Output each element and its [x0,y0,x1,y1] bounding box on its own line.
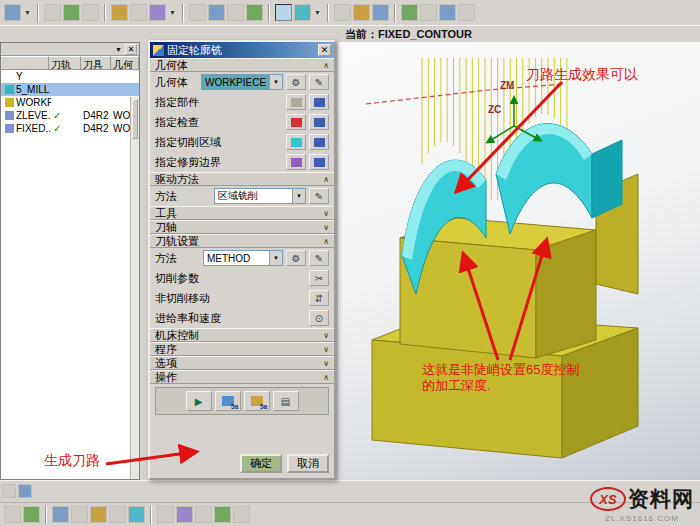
section-program[interactable]: 程序 ∨ [150,342,334,356]
edit-drive-method-button[interactable]: ✎ [309,188,329,204]
toolbar-icon[interactable] [214,506,231,523]
cancel-button[interactable]: 取消 [287,454,329,473]
toolbar-icon[interactable] [334,4,351,21]
toolbar-icon[interactable] [208,4,225,21]
replay-toolpath-button[interactable]: 5a [215,391,241,411]
toolbar-icon[interactable] [157,506,174,523]
navigator-row[interactable]: FIXED... ✓ D4R2 WOR... [1,122,139,135]
toolbar-icon[interactable] [90,506,107,523]
toolbar-icon[interactable] [130,4,147,21]
toolbar-icon[interactable] [82,4,99,21]
specify-cut-area-button[interactable] [286,134,306,150]
section-path-settings[interactable]: 刀轨设置 ∧ [150,234,334,248]
chevron-down-icon[interactable]: ∨ [323,223,329,232]
specify-trim-button[interactable] [286,154,306,170]
panel-tab-icon[interactable] [18,484,32,498]
edit-geometry-button[interactable]: ✎ [309,74,329,90]
drive-method-select[interactable]: 区域铣削 ▼ [214,188,306,204]
toolbar-icon[interactable] [149,4,166,21]
toolbar-icon[interactable] [71,506,88,523]
chevron-up-icon[interactable]: ∧ [323,237,329,246]
panel-tab-icon[interactable] [2,484,16,498]
section-actions[interactable]: 操作 ∧ [150,370,334,384]
toolbar-icon[interactable] [189,4,206,21]
chevron-up-icon[interactable]: ∧ [323,175,329,184]
section-machine-control[interactable]: 机床控制 ∨ [150,328,334,342]
toolbar-icon[interactable] [372,4,389,21]
chevron-down-icon[interactable]: ▼ [115,46,122,53]
toolbar-icon[interactable] [4,506,21,523]
toolbar-icon[interactable] [275,4,292,21]
toolbar-icon[interactable] [420,4,437,21]
navigator-scrollbar[interactable] [130,97,139,479]
path-method-select[interactable]: METHOD ▼ [203,250,283,266]
toolbar-icon[interactable] [353,4,370,21]
toolbar-icon[interactable] [109,506,126,523]
chevron-down-icon[interactable]: ▼ [314,9,321,16]
toolbar-icon[interactable] [233,506,250,523]
toolbar-icon[interactable] [439,4,456,21]
chevron-down-icon[interactable]: ∨ [323,359,329,368]
new-geometry-button[interactable]: ⚙ [286,74,306,90]
chevron-up-icon[interactable]: ∧ [323,373,329,382]
display-trim-button[interactable] [309,154,329,170]
specify-part-button[interactable] [286,94,306,110]
toolbar-icon[interactable] [128,506,145,523]
toolbar-icon[interactable] [195,506,212,523]
column-tool[interactable]: 刀具 [81,56,111,70]
close-icon[interactable]: ✕ [318,44,331,56]
dropdown-arrow-icon[interactable]: ▼ [269,251,282,265]
ok-button[interactable]: 确定 [240,454,282,473]
navigator-titlebar: ▼ ✕ [1,43,139,56]
chevron-down-icon[interactable]: ▼ [24,9,31,16]
generate-toolpath-button[interactable]: ▶ [186,391,212,411]
chevron-down-icon[interactable]: ∨ [323,209,329,218]
dropdown-arrow-icon[interactable]: ▼ [292,189,305,203]
section-geometry[interactable]: 几何体 ∧ [150,58,334,72]
dialog-titlebar[interactable]: 固定轮廓铣 ✕ [150,42,334,58]
toolbar-icon[interactable] [44,4,61,21]
toolbar-icon[interactable] [401,4,418,21]
column-name[interactable] [1,56,49,70]
toolbar-icon[interactable] [52,506,69,523]
new-method-button[interactable]: ⚙ [286,250,306,266]
feeds-speeds-button[interactable]: ⊙ [309,310,329,326]
list-toolpath-button[interactable]: ▤ [273,391,299,411]
scrollbar-thumb[interactable] [132,99,138,139]
chevron-down-icon[interactable]: ∨ [323,345,329,354]
toolbar-icon[interactable] [246,4,263,21]
section-tool-axis[interactable]: 刀轴 ∨ [150,220,334,234]
section-drive-method[interactable]: 驱动方法 ∧ [150,172,334,186]
column-toolpath[interactable]: 刀轨 [49,56,81,70]
close-icon[interactable]: ✕ [125,44,137,55]
navigator-row[interactable]: Y [1,70,139,83]
navigator-row[interactable]: WORKPIECE [1,96,139,109]
display-cut-area-button[interactable] [309,134,329,150]
section-tool[interactable]: 工具 ∨ [150,206,334,220]
display-part-button[interactable] [309,94,329,110]
chevron-down-icon[interactable]: ▼ [169,9,176,16]
section-options[interactable]: 选项 ∨ [150,356,334,370]
toolbar-icon[interactable] [63,4,80,21]
cutting-params-button[interactable]: ✂ [309,270,329,286]
column-geometry[interactable]: 几何 [111,56,139,70]
toolbar-icon[interactable] [4,4,21,21]
dropdown-arrow-icon[interactable]: ▼ [269,75,282,89]
toolbar-icon[interactable] [23,506,40,523]
toolbar-icon[interactable] [294,4,311,21]
chevron-up-icon[interactable]: ∧ [323,61,329,70]
toolbar-icon[interactable] [176,506,193,523]
3d-viewport[interactable]: 刀路生成效果可以 这就是非陡峭设置65度控制 的加工深度. ZM ZC [338,42,700,480]
toolbar-icon[interactable] [227,4,244,21]
toolbar-icon[interactable] [458,4,475,21]
geometry-select[interactable]: WORKPIECE ▼ [201,74,283,90]
display-check-button[interactable] [309,114,329,130]
navigator-row[interactable]: ZLEVE... ✓ D4R2 WOR... [1,109,139,122]
chevron-down-icon[interactable]: ∨ [323,331,329,340]
specify-check-button[interactable] [286,114,306,130]
noncutting-moves-button[interactable]: ⇵ [309,290,329,306]
edit-method-button[interactable]: ✎ [309,250,329,266]
verify-toolpath-button[interactable]: 5a [244,391,270,411]
toolbar-icon[interactable] [111,4,128,21]
navigator-row-selected[interactable]: 5_MILL [1,83,139,96]
